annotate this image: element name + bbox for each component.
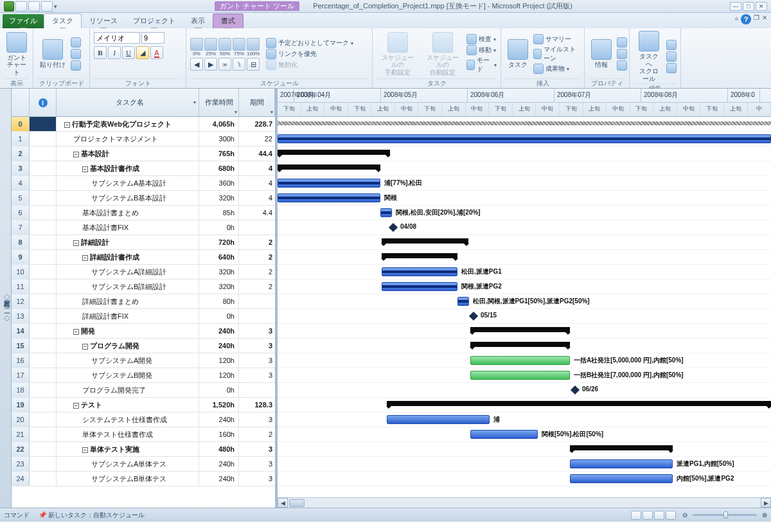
task-bar[interactable] [470,371,570,380]
cut-icon[interactable] [71,37,81,48]
task-bar[interactable] [470,430,538,439]
table-row[interactable]: 12詳細設計書まとめ80h [12,294,275,309]
zoom-slider[interactable] [693,514,757,516]
view-btn-4[interactable] [666,511,676,520]
fill-icon[interactable] [666,63,677,73]
close-button[interactable]: ✕ [756,2,767,11]
italic-button[interactable]: I [108,46,121,59]
paste-button[interactable]: 貼り付け [37,38,68,70]
task-bar[interactable] [387,415,490,424]
table-row[interactable]: 22−単体テスト実施480h3 [12,442,275,457]
milestone[interactable] [389,223,398,232]
table-row[interactable]: 17サブシステムB開発120h3 [12,368,275,383]
table-row[interactable]: 16サブシステムA開発120h3 [12,353,275,368]
tab-project[interactable]: プロジェクトR [125,14,183,28]
split-button[interactable]: ⊟ [247,58,260,71]
task-bar[interactable] [380,208,392,217]
mdi-restore-icon[interactable]: ❐ [754,14,759,24]
task-insert-button[interactable]: タスク [505,38,531,70]
maximize-button[interactable]: □ [743,2,754,11]
table-row[interactable]: 21単体テスト仕様書作成160h2 [12,427,275,442]
zoom-in-button[interactable]: ⊕ [762,511,767,519]
col-task-name[interactable]: タスク名▾ [57,89,199,116]
task-bar[interactable] [278,134,771,143]
task-bar[interactable] [457,297,469,306]
tab-resource[interactable]: リソースU [82,14,125,28]
task-bar[interactable] [570,474,673,483]
table-row[interactable]: 14−開発240h3 [12,324,275,339]
notes-icon[interactable] [617,37,627,48]
view-bar[interactable]: ◇計画立案ビュー◇ [0,89,12,508]
details-icon[interactable] [617,49,627,59]
table-row[interactable]: 5サブシステムB基本設計320h4 [12,191,275,206]
task-bar[interactable] [382,267,457,276]
table-row[interactable]: 6基本設計書まとめ85h4.4 [12,206,275,220]
table-row[interactable]: 24サブシステムB単体テス240h3 [12,472,275,486]
task-bar[interactable] [278,179,380,188]
task-bar[interactable] [570,459,673,468]
table-row[interactable]: 23サブシステムA単体テス240h3 [12,457,275,472]
view-btn-3[interactable] [654,511,664,520]
timeline-icon[interactable] [617,60,627,71]
tab-file[interactable]: ファイルF [3,14,44,28]
qat-undo[interactable] [28,1,40,12]
qat-save[interactable] [15,1,27,12]
table-row[interactable]: 8−詳細設計720h2 [12,235,275,250]
bgcolor-button[interactable]: ◢ [136,46,149,59]
format-painter-icon[interactable] [71,60,81,71]
pct-button[interactable] [218,38,231,51]
pct-button[interactable] [204,38,217,51]
tab-task[interactable]: タスクH [44,13,82,28]
view-btn-1[interactable] [631,511,641,520]
task-bar[interactable] [470,356,570,365]
mark-on-track-button[interactable]: 予定どおりとしてマーク▾ [266,38,353,48]
fontcolor-button[interactable]: A [150,46,163,59]
respect-links-button[interactable]: リンクを優先 [266,49,317,59]
milestone[interactable] [469,312,478,321]
col-duration[interactable]: 期間▾ [239,89,275,116]
task-bar[interactable] [382,282,457,291]
font-size-input[interactable] [141,32,164,44]
inspect-button[interactable]: 検査▾ [466,34,496,44]
unlink-button[interactable]: ⑊ [233,58,245,71]
table-row[interactable]: 15−プログラム開発240h3 [12,339,275,353]
pct-button[interactable] [190,38,203,51]
minimize-button[interactable]: — [730,2,741,11]
table-row[interactable]: 2−基本設計765h44.4 [12,146,275,161]
link-button[interactable]: ∞ [218,58,231,71]
font-name-input[interactable] [94,32,140,44]
copy-icon[interactable] [71,49,81,59]
underline-button[interactable]: U [122,46,135,59]
pct-button[interactable] [233,38,245,51]
gantt-chart-button[interactable]: ガント チャート [4,31,30,78]
mdi-close-icon[interactable]: ✕ [762,14,767,24]
tab-view[interactable]: 表示W [183,14,213,28]
zoom-out-button[interactable]: ⊖ [682,511,687,519]
find-icon[interactable] [666,40,677,50]
qat-redo[interactable] [41,1,53,12]
task-bar[interactable] [278,193,380,202]
table-row[interactable]: 4サブシステムA基本設計360h4 [12,176,275,191]
gantt-chart[interactable]: 2007年03月2008年04月2008年05月2008年06月2008年07月… [278,89,771,508]
table-row[interactable]: 11サブシステムB詳細設計320h2 [12,279,275,294]
tab-format[interactable]: 書式JF [213,13,244,28]
table-row[interactable]: 7基本設計書FIX0h [12,220,275,235]
table-row[interactable]: 13詳細設計書FIX0h [12,309,275,324]
summary-button[interactable]: サマリー [533,34,571,44]
table-row[interactable]: 3−基本設計書作成680h4 [12,161,275,176]
indent-button[interactable]: ▶ [204,58,217,71]
scroll-to-task-button[interactable]: タスクへ スクロール [634,30,664,84]
information-button[interactable]: 情報 [589,38,614,70]
milestone-button[interactable]: マイルストーン [533,45,580,63]
move-button[interactable]: 移動▾ [466,45,496,55]
deliverable-button[interactable]: 成果物▾ [533,64,569,74]
bold-button[interactable]: B [94,46,107,59]
clear-icon[interactable] [666,51,677,62]
horizontal-scrollbar[interactable]: ◀▶ [278,497,771,508]
col-work[interactable]: 作業時間▾ [199,89,239,116]
view-btn-2[interactable] [642,511,653,520]
table-row[interactable]: 18プログラム開発完了0h [12,383,275,398]
milestone[interactable] [571,386,580,395]
pct-button[interactable] [247,38,260,51]
table-row[interactable]: 9−詳細設計書作成640h2 [12,250,275,265]
